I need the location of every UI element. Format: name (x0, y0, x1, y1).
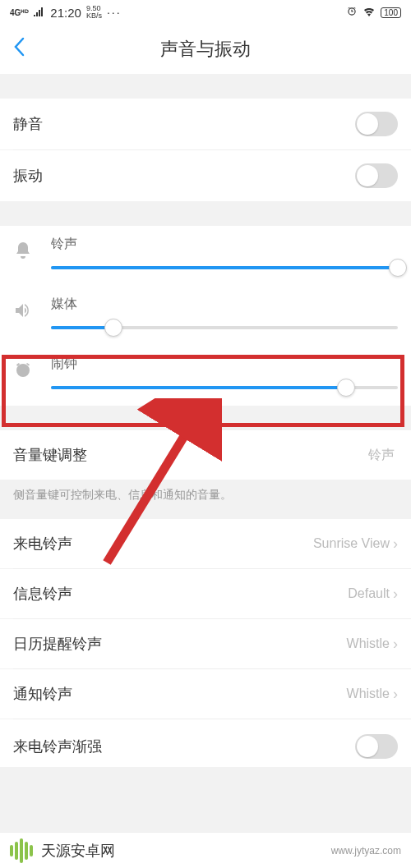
media-slider-label: 媒体 (51, 296, 398, 313)
volume-key-description: 侧音量键可控制来电、信息和通知的音量。 (0, 480, 411, 519)
chevron-right-icon: › (393, 686, 398, 703)
chevron-right-icon: › (393, 636, 398, 653)
chevron-right-icon: › (393, 535, 398, 553)
wifi-icon (363, 7, 376, 19)
alarm-slider[interactable] (51, 386, 398, 389)
message-ringtone-row[interactable]: 信息铃声 Default › (0, 569, 411, 618)
vibrate-toggle[interactable] (355, 163, 398, 188)
ringtone-slider[interactable] (51, 266, 398, 269)
incoming-ringtone-row[interactable]: 来电铃声 Sunrise View › (0, 519, 411, 568)
crescendo-toggle[interactable] (355, 734, 398, 759)
volume-key-row[interactable]: 音量键调整 铃声 (0, 430, 411, 480)
vibrate-label: 振动 (13, 166, 355, 186)
mute-label: 静音 (13, 114, 355, 134)
signal-bars-icon (34, 7, 45, 19)
watermark-logo-icon (10, 838, 33, 863)
alarm-status-icon (346, 6, 358, 20)
status-time: 21:20 (50, 6, 81, 20)
crescendo-row[interactable]: 来电铃声渐强 (0, 719, 411, 767)
alarm-slider-row: 闹钟 (0, 346, 411, 406)
volume-key-value: 铃声 (368, 447, 395, 464)
ringtone-slider-label: 铃声 (51, 236, 398, 253)
mute-toggle[interactable] (355, 112, 398, 136)
volume-key-label: 音量键调整 (13, 445, 368, 465)
more-indicator: ··· (107, 6, 122, 19)
watermark-text: 天源安卓网 (41, 841, 331, 861)
network-indicator: 4Gᴴᴰ (10, 8, 29, 17)
ringtone-slider-row: 铃声 (0, 226, 411, 286)
clock-icon (13, 361, 39, 383)
back-button[interactable] (13, 36, 25, 62)
calendar-ringtone-row[interactable]: 日历提醒铃声 Whistle › (0, 619, 411, 668)
speed-indicator: 9.50 KB/s (86, 5, 102, 20)
watermark-url: www.jytyaz.com (331, 845, 401, 857)
status-bar: 4Gᴴᴰ 21:20 9.50 KB/s ··· 100 (0, 0, 411, 25)
speaker-icon (13, 301, 39, 324)
watermark-bar: 天源安卓网 www.jytyaz.com (0, 832, 411, 868)
chevron-right-icon: › (393, 586, 398, 603)
vibrate-row[interactable]: 振动 (0, 150, 411, 201)
media-slider[interactable] (51, 326, 398, 329)
page-header: 声音与振动 (0, 25, 411, 74)
alarm-slider-label: 闹钟 (51, 356, 398, 373)
mute-row[interactable]: 静音 (0, 99, 411, 149)
battery-indicator: 100 (381, 7, 401, 18)
bell-icon (13, 241, 39, 264)
page-title: 声音与振动 (0, 37, 411, 62)
notification-ringtone-row[interactable]: 通知铃声 Whistle › (0, 669, 411, 719)
media-slider-row: 媒体 (0, 286, 411, 346)
